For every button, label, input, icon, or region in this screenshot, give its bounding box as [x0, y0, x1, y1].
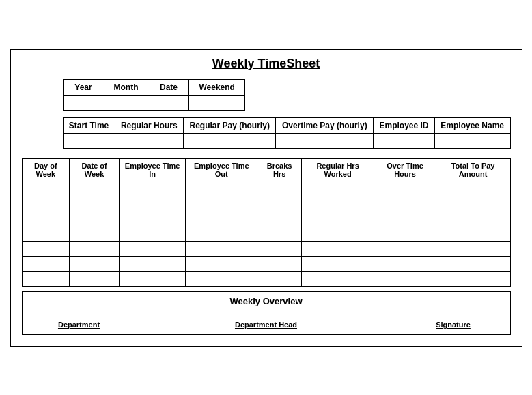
start-time-value[interactable]	[63, 133, 115, 148]
row-0-col-0[interactable]	[22, 181, 70, 196]
employee-id-header: Employee ID	[374, 117, 435, 133]
employee-id-value[interactable]	[374, 133, 435, 148]
row-6-col-5[interactable]	[301, 271, 374, 286]
department-head-label: Department Head	[198, 321, 335, 329]
overview-section: Weekly Overview Department Department He…	[22, 291, 511, 335]
row-5-col-2[interactable]	[120, 256, 186, 271]
month-header: Month	[104, 79, 148, 95]
regular-pay-header: Regular Pay (hourly)	[184, 117, 276, 133]
department-head-line	[198, 319, 335, 319]
row-4-col-4[interactable]	[257, 241, 301, 256]
row-1-col-5[interactable]	[301, 196, 374, 211]
overview-title: Weekly Overview	[29, 296, 503, 306]
overtime-pay-header: Overtime Pay (hourly)	[276, 117, 374, 133]
row-3-col-5[interactable]	[301, 226, 374, 241]
overtime-pay-value[interactable]	[276, 133, 374, 148]
signature-line	[409, 319, 498, 319]
row-1-col-0[interactable]	[22, 196, 70, 211]
year-header: Year	[63, 79, 104, 95]
row-3-col-3[interactable]	[186, 226, 257, 241]
row-1-col-7[interactable]	[436, 196, 510, 211]
row-1-col-4[interactable]	[257, 196, 301, 211]
department-sig: Department	[35, 319, 124, 329]
col-overtime-hours: Over Time Hours	[374, 158, 436, 181]
row-4-col-0[interactable]	[22, 241, 70, 256]
row-6-col-6[interactable]	[374, 271, 436, 286]
row-1-col-1[interactable]	[70, 196, 120, 211]
row-1-col-2[interactable]	[120, 196, 186, 211]
row-0-col-6[interactable]	[374, 181, 436, 196]
col-day-of-week: Day of Week	[22, 158, 70, 181]
regular-hours-value[interactable]	[115, 133, 183, 148]
row-6-col-7[interactable]	[436, 271, 510, 286]
department-label: Department	[35, 321, 124, 329]
pay-table: Start Time Regular Hours Regular Pay (ho…	[63, 117, 511, 149]
col-date-of-week: Date of Week	[70, 158, 120, 181]
regular-pay-value[interactable]	[184, 133, 276, 148]
signature-row: Department Department Head Signature	[29, 319, 503, 329]
col-time-out: Employee Time Out	[186, 158, 257, 181]
col-time-in: Employee Time In	[120, 158, 186, 181]
row-5-col-1[interactable]	[70, 256, 120, 271]
weekend-header: Weekend	[189, 79, 244, 95]
row-2-col-2[interactable]	[120, 211, 186, 226]
info-table: Year Month Date Weekend	[63, 79, 245, 111]
row-3-col-1[interactable]	[70, 226, 120, 241]
row-0-col-1[interactable]	[70, 181, 120, 196]
weekend-value[interactable]	[189, 95, 244, 110]
start-time-header: Start Time	[63, 117, 115, 133]
row-4-col-3[interactable]	[186, 241, 257, 256]
row-4-col-1[interactable]	[70, 241, 120, 256]
row-5-col-0[interactable]	[22, 256, 70, 271]
row-5-col-6[interactable]	[374, 256, 436, 271]
row-6-col-3[interactable]	[186, 271, 257, 286]
row-2-col-1[interactable]	[70, 211, 120, 226]
row-6-col-2[interactable]	[120, 271, 186, 286]
row-1-col-6[interactable]	[374, 196, 436, 211]
row-3-col-6[interactable]	[374, 226, 436, 241]
signature-label: Signature	[409, 321, 498, 329]
row-2-col-4[interactable]	[257, 211, 301, 226]
regular-hours-header: Regular Hours	[115, 117, 183, 133]
date-value[interactable]	[148, 95, 189, 110]
row-6-col-4[interactable]	[257, 271, 301, 286]
row-0-col-5[interactable]	[301, 181, 374, 196]
row-3-col-2[interactable]	[120, 226, 186, 241]
department-line	[35, 319, 124, 319]
row-0-col-4[interactable]	[257, 181, 301, 196]
row-5-col-7[interactable]	[436, 256, 510, 271]
employee-name-header: Employee Name	[434, 117, 510, 133]
row-6-col-1[interactable]	[70, 271, 120, 286]
row-0-col-3[interactable]	[186, 181, 257, 196]
month-value[interactable]	[104, 95, 148, 110]
row-0-col-7[interactable]	[436, 181, 510, 196]
col-breaks-hrs: Breaks Hrs	[257, 158, 301, 181]
employee-name-value[interactable]	[434, 133, 510, 148]
row-2-col-6[interactable]	[374, 211, 436, 226]
page-title: Weekly TimeSheet	[22, 57, 511, 71]
row-5-col-5[interactable]	[301, 256, 374, 271]
row-2-col-7[interactable]	[436, 211, 510, 226]
row-4-col-2[interactable]	[120, 241, 186, 256]
row-3-col-4[interactable]	[257, 226, 301, 241]
row-1-col-3[interactable]	[186, 196, 257, 211]
row-5-col-4[interactable]	[257, 256, 301, 271]
year-value[interactable]	[63, 95, 104, 110]
row-0-col-2[interactable]	[120, 181, 186, 196]
info-section: Year Month Date Weekend	[63, 79, 511, 111]
row-4-col-6[interactable]	[374, 241, 436, 256]
row-2-col-5[interactable]	[301, 211, 374, 226]
col-regular-hrs: Regular Hrs Worked	[301, 158, 374, 181]
department-head-sig: Department Head	[198, 319, 335, 329]
row-6-col-0[interactable]	[22, 271, 70, 286]
row-2-col-3[interactable]	[186, 211, 257, 226]
row-2-col-0[interactable]	[22, 211, 70, 226]
row-5-col-3[interactable]	[186, 256, 257, 271]
col-total-pay: Total To Pay Amount	[436, 158, 510, 181]
row-3-col-7[interactable]	[436, 226, 510, 241]
pay-section: Start Time Regular Hours Regular Pay (ho…	[63, 117, 511, 149]
row-4-col-5[interactable]	[301, 241, 374, 256]
row-3-col-0[interactable]	[22, 226, 70, 241]
timesheet-page: Weekly TimeSheet Year Month Date Weekend	[10, 49, 522, 347]
row-4-col-7[interactable]	[436, 241, 510, 256]
